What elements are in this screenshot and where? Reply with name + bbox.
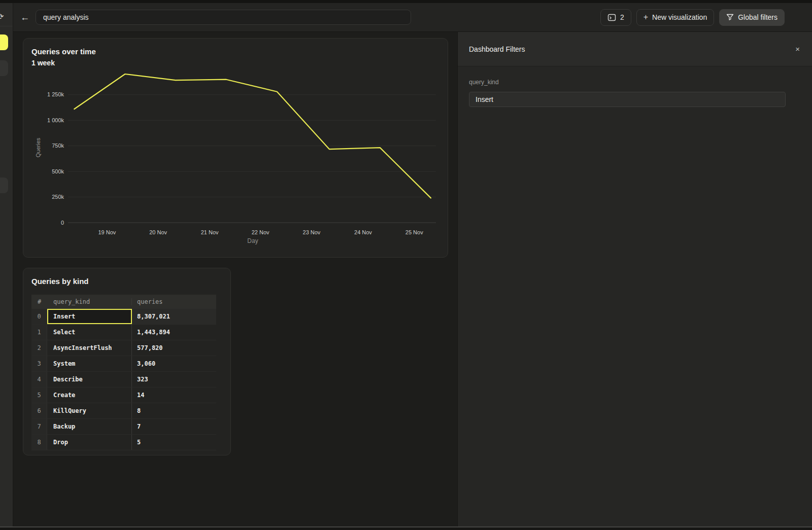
queries-value-cell[interactable]: 3,060 <box>132 356 216 371</box>
table-header-row: #query_kindqueries <box>31 295 216 309</box>
global-filters-button[interactable]: Global filters <box>719 9 785 26</box>
visualization-panel-icon <box>607 14 616 21</box>
table-row: 2AsyncInsertFlush577,820 <box>31 340 216 356</box>
queries-value-cell[interactable]: 8 <box>132 403 216 418</box>
queries-by-kind-card: Queries by kind #query_kindqueries0Inser… <box>23 268 231 455</box>
queries-by-kind-table: #query_kindqueries0Insert8,307,0211Selec… <box>31 295 216 450</box>
table-row: 6KillQuery8 <box>31 403 216 419</box>
queries-value-cell[interactable]: 1,443,894 <box>132 325 216 340</box>
sidebar-top-section: ⟳ <box>0 3 13 26</box>
query-kind-cell[interactable]: Drop <box>47 435 132 450</box>
close-icon[interactable]: × <box>795 45 800 53</box>
toolbar-actions: 2 + New visualization Global filters <box>600 9 785 26</box>
table-row: 8Drop5 <box>31 435 216 450</box>
y-tick-label: 1 250k <box>47 91 64 97</box>
x-tick-label: 20 Nov <box>149 229 167 235</box>
filter-funnel-icon <box>726 14 734 21</box>
table-title: Queries by kind <box>31 277 89 286</box>
x-axis-title: Day <box>247 237 258 244</box>
y-tick-label: 500k <box>52 168 64 174</box>
row-index-cell: 5 <box>31 387 47 403</box>
row-index-cell: 3 <box>31 356 47 371</box>
x-tick-label: 21 Nov <box>201 229 219 235</box>
queries-value-cell[interactable]: 323 <box>132 372 216 387</box>
query-kind-cell-selected[interactable]: Insert <box>47 309 132 324</box>
row-index-cell: 7 <box>31 419 47 434</box>
window-bottom-edge <box>0 526 812 530</box>
query-kind-cell[interactable]: Describe <box>47 372 132 387</box>
dashboard-filters-panel: Dashboard Filters × query_kind <box>457 32 812 526</box>
query-kind-cell[interactable]: Create <box>47 387 132 403</box>
sidebar-item[interactable] <box>0 60 8 76</box>
visualization-count: 2 <box>620 13 624 21</box>
chart-subtitle: 1 week <box>31 59 55 67</box>
y-axis-title: Queries <box>35 137 41 157</box>
queries-line-chart: 0250k500k750k1 000k1 250k19 Nov20 Nov21 … <box>23 39 449 258</box>
queries-value-cell[interactable]: 577,820 <box>132 340 216 356</box>
query-kind-cell[interactable]: Backup <box>47 419 132 434</box>
x-tick-label: 24 Nov <box>354 229 372 235</box>
table-row: 0Insert8,307,021 <box>31 309 216 325</box>
table-header-cell: # <box>31 298 47 305</box>
query-kind-filter-input[interactable] <box>469 92 786 107</box>
table-header-cell: queries <box>132 298 216 305</box>
row-index-cell: 8 <box>31 435 47 450</box>
left-sidebar: ⟳ <box>0 3 13 526</box>
top-toolbar: ← 2 + New visualization Global filters <box>0 3 812 32</box>
x-tick-label: 23 Nov <box>303 229 321 235</box>
table-header-cell: query_kind <box>47 298 132 305</box>
y-tick-label: 750k <box>52 143 64 149</box>
filters-panel-body: query_kind <box>458 66 812 107</box>
table-row: 7Backup7 <box>31 419 216 435</box>
dashboard-title-input[interactable] <box>36 10 411 25</box>
chart-title: Queries over time <box>31 47 96 56</box>
sidebar-item[interactable] <box>0 178 8 193</box>
history-icon[interactable]: ⟳ <box>0 12 6 22</box>
filters-panel-header: Dashboard Filters × <box>458 32 812 66</box>
queries-value-cell[interactable]: 5 <box>132 435 216 450</box>
table-row: 5Create14 <box>31 387 216 403</box>
row-index-cell: 4 <box>31 372 47 387</box>
row-index-cell: 0 <box>31 309 47 324</box>
plus-icon: + <box>644 13 648 21</box>
queries-value-cell[interactable]: 8,307,021 <box>132 309 216 324</box>
queries-value-cell[interactable]: 7 <box>132 419 216 434</box>
x-tick-label: 22 Nov <box>252 229 269 235</box>
new-visualization-button[interactable]: + New visualization <box>636 9 715 26</box>
row-index-cell: 2 <box>31 340 47 356</box>
query-kind-cell[interactable]: Select <box>47 325 132 340</box>
sidebar-item-active[interactable] <box>0 34 8 50</box>
query-kind-cell[interactable]: AsyncInsertFlush <box>47 340 132 356</box>
x-tick-label: 25 Nov <box>405 229 423 235</box>
new-visualization-label: New visualization <box>652 13 707 21</box>
back-button[interactable]: ← <box>19 12 30 23</box>
table-row: 4Describe323 <box>31 372 216 387</box>
table-row: 1Select1,443,894 <box>31 325 216 340</box>
table-row: 3System3,060 <box>31 356 216 372</box>
filter-field-label: query_kind <box>469 79 785 86</box>
y-tick-label: 1 000k <box>47 117 64 123</box>
queries-series-line <box>74 74 431 198</box>
y-tick-label: 0 <box>61 220 64 226</box>
visualization-count-button[interactable]: 2 <box>600 9 631 26</box>
queries-value-cell[interactable]: 14 <box>132 387 216 403</box>
global-filters-label: Global filters <box>738 13 777 21</box>
row-index-cell: 6 <box>31 403 47 418</box>
queries-over-time-card: Queries over time 1 week 0250k500k750k1 … <box>23 38 448 258</box>
back-arrow-icon: ← <box>20 12 29 23</box>
query-kind-cell[interactable]: KillQuery <box>47 403 132 418</box>
query-kind-cell[interactable]: System <box>47 356 132 371</box>
x-tick-label: 19 Nov <box>98 229 116 235</box>
filters-panel-title: Dashboard Filters <box>469 45 525 53</box>
row-index-cell: 1 <box>31 325 47 340</box>
y-tick-label: 250k <box>52 194 64 200</box>
